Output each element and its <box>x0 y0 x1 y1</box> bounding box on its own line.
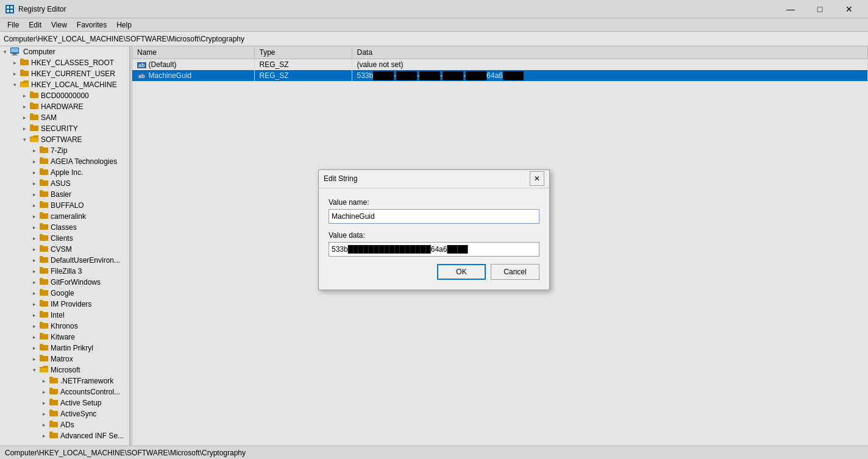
dialog-title: Edit String <box>324 174 357 183</box>
dialog-title-bar: Edit String ✕ <box>319 170 549 188</box>
ok-button[interactable]: OK <box>437 264 486 280</box>
value-name-label: Value name: <box>329 198 539 207</box>
cancel-button[interactable]: Cancel <box>491 264 539 280</box>
value-data-label: Value data: <box>329 231 539 240</box>
value-data-input[interactable] <box>329 242 539 257</box>
value-name-field: Value name: <box>329 198 539 224</box>
edit-string-dialog: Edit String ✕ Value name: Value data: OK… <box>318 169 550 290</box>
dialog-body: Value name: Value data: OK Cancel <box>319 188 549 290</box>
modal-overlay: Edit String ✕ Value name: Value data: OK… <box>0 0 868 446</box>
value-data-field: Value data: <box>329 231 539 257</box>
dialog-buttons: OK Cancel <box>329 264 539 280</box>
value-name-input[interactable] <box>329 209 539 224</box>
dialog-close-button[interactable]: ✕ <box>530 171 544 186</box>
